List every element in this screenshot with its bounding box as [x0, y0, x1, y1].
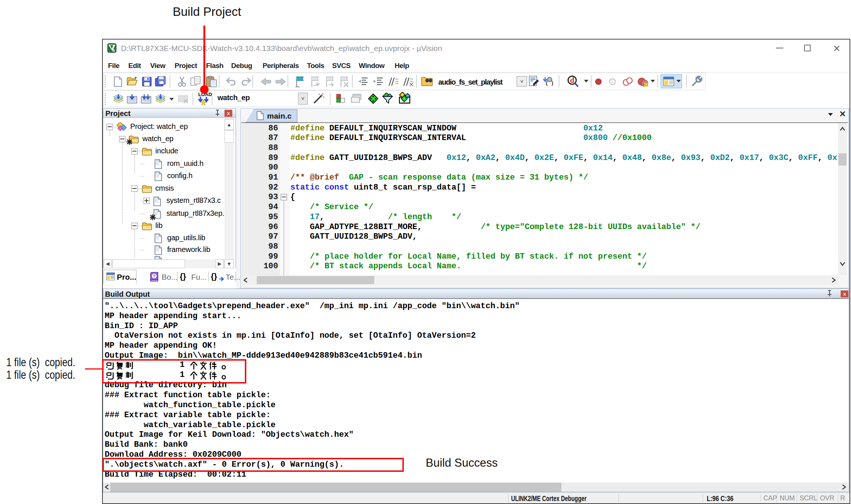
svg-text:d: d [570, 76, 574, 84]
svg-text:?: ? [153, 274, 155, 279]
svg-text:s: s [112, 47, 115, 53]
